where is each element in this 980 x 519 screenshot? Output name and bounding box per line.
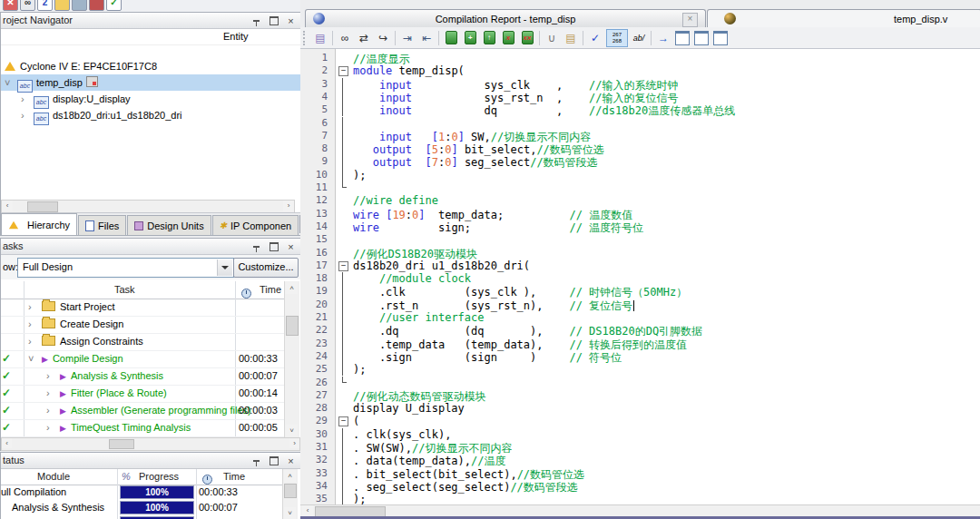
- status-vscrollbar[interactable]: ˄ ˅: [282, 469, 298, 519]
- task-row-fitter-place-route-[interactable]: ✓›▶Fitter (Place & Route)00:00:14: [1, 385, 284, 403]
- line-number: 6: [300, 117, 328, 129]
- comment-icon[interactable]: ab/: [631, 30, 647, 46]
- task-row-start-project[interactable]: ›Start Project: [1, 299, 284, 317]
- tasks-vscrollbar[interactable]: ˄ ˅: [284, 281, 299, 437]
- time-column-header: Time: [260, 281, 281, 299]
- code-line-12[interactable]: //wire define: [353, 194, 438, 207]
- bookmark-delete-all-icon[interactable]: xx: [519, 30, 535, 46]
- tasks-hscrollbar[interactable]: ‹ ›: [1, 437, 300, 451]
- tab-files[interactable]: Files: [78, 215, 126, 235]
- float-button[interactable]: [266, 454, 281, 468]
- tab-hierarchy[interactable]: Hierarchy: [1, 213, 77, 235]
- project-navigator-title-text: roject Navigator: [3, 15, 73, 25]
- bookmark-icon[interactable]: [443, 30, 459, 46]
- task-row-create-design[interactable]: ›Create Design: [1, 316, 284, 334]
- float-button[interactable]: [266, 14, 281, 28]
- pin-button[interactable]: [249, 14, 264, 28]
- tree-item-display-u-display[interactable]: ›abcdisplay:U_display: [1, 91, 300, 107]
- programmer-icon[interactable]: [72, 0, 87, 11]
- code-line-2[interactable]: module temp_disp(: [353, 64, 465, 77]
- source-window-icon[interactable]: ▤: [312, 30, 328, 46]
- chevron-down-icon[interactable]: ˅: [28, 350, 34, 367]
- line-number: 11: [300, 181, 328, 193]
- code-line-29[interactable]: (: [353, 415, 359, 427]
- replace-icon[interactable]: ⇄: [356, 30, 372, 46]
- find-icon[interactable]: ∞: [337, 30, 353, 46]
- goto-icon[interactable]: ↪: [375, 30, 391, 46]
- chevron-right-icon[interactable]: ›: [46, 419, 50, 436]
- tab-ip-componen[interactable]: ✱IP Componen: [212, 215, 299, 235]
- split-panel-icon[interactable]: [693, 30, 710, 46]
- code-line-17[interactable]: ds18b20_dri u1_ds18b20_dri(: [353, 260, 530, 272]
- line-count-toggle[interactable]: 267268: [606, 29, 628, 47]
- stop-processing-icon[interactable]: ✕: [3, 0, 18, 11]
- task-row-assembler-generate-programming-files-[interactable]: ✓›▶Assembler (Generate programming files…: [1, 402, 284, 420]
- tab-design-units[interactable]: Design Units: [127, 215, 211, 235]
- close-button[interactable]: ×: [283, 240, 299, 254]
- code-line-28[interactable]: display U_display: [353, 402, 465, 415]
- attach-icon[interactable]: ∪: [544, 30, 560, 46]
- customize-button[interactable]: Customize...: [233, 258, 299, 278]
- chevron-right-icon[interactable]: ›: [46, 385, 50, 402]
- chevron-right-icon[interactable]: ›: [28, 316, 32, 333]
- code-line-18[interactable]: //module clock: [353, 272, 471, 285]
- fold-collapse-icon[interactable]: −: [338, 66, 348, 76]
- code-line-35[interactable]: );: [353, 493, 366, 504]
- close-icon[interactable]: ×: [682, 13, 698, 27]
- find-icon[interactable]: ∞: [20, 0, 35, 11]
- close-button[interactable]: ×: [283, 14, 299, 28]
- chevron-right-icon[interactable]: ›: [46, 367, 50, 385]
- chevron-right-icon[interactable]: ›: [28, 333, 32, 350]
- fold-line: [342, 324, 343, 337]
- close-button[interactable]: ×: [283, 454, 299, 468]
- bookmark-add-icon[interactable]: +: [462, 30, 478, 46]
- fold-collapse-icon[interactable]: −: [338, 416, 348, 426]
- code-line-5[interactable]: inout dq , //ds18b20温度传感器单总线: [353, 103, 735, 119]
- tree-item-cyclone-iv-e-ep4ce10f17c8[interactable]: Cyclone IV E: EP4CE10F17C8: [1, 58, 300, 74]
- code-line-21[interactable]: //user interface: [353, 311, 485, 324]
- task-row-analysis-synthesis[interactable]: ✓›▶Analysis & Synthesis00:00:07: [1, 367, 284, 386]
- code-line-24[interactable]: .sign (sign ) // 符号位: [353, 350, 622, 366]
- tree-item-ds18b20-dri-u1-ds18b20-dri[interactable]: ›abcds18b20_dri:u1_ds18b20_dri: [1, 107, 300, 123]
- tcl-check-icon[interactable]: ✓: [106, 0, 122, 11]
- tree-item-label: Cyclone IV E: EP4CE10F17C8: [5, 58, 157, 74]
- device-icon[interactable]: [89, 0, 104, 11]
- code-line-9[interactable]: output [7:0] seg_select//数码管段选: [353, 155, 598, 171]
- report-icon[interactable]: 2: [37, 0, 53, 11]
- code-editor[interactable]: 1234567891011121314151617181920212223242…: [300, 49, 980, 504]
- full-screen-panel-icon[interactable]: [674, 30, 691, 46]
- code-line-30[interactable]: . clk(sys_clk),: [353, 428, 451, 441]
- task-row-timequest-timing-analysis[interactable]: ✓›▶TimeQuest Timing Analysis00:00:05: [1, 419, 284, 437]
- code-line-25[interactable]: );: [353, 363, 366, 376]
- chevron-right-icon[interactable]: ›: [21, 107, 24, 123]
- code-line-14[interactable]: wire sign; // 温度符号位: [353, 220, 643, 236]
- chevron-down-icon[interactable]: ˅: [5, 74, 10, 91]
- pin-button[interactable]: [249, 240, 264, 254]
- code-line-34[interactable]: . seg_select(seg_select)//数码管段选: [353, 480, 578, 495]
- task-row-assign-constraints[interactable]: ›Assign Constraints: [1, 333, 284, 351]
- tree-item-temp-disp[interactable]: ˅abctemp_disp: [1, 74, 300, 91]
- toolbar-grip[interactable]: [303, 31, 308, 45]
- flow-select[interactable]: Full Design: [17, 258, 234, 278]
- chevron-right-icon[interactable]: ›: [21, 91, 24, 107]
- unindent-icon[interactable]: ⇤: [418, 30, 435, 46]
- indent-icon[interactable]: ⇥: [399, 30, 416, 46]
- goto-line-icon[interactable]: →: [655, 30, 671, 46]
- bird-eye-panel-icon[interactable]: [712, 30, 729, 46]
- bookmark-delete-icon[interactable]: x: [500, 30, 516, 46]
- task-row-compile-design[interactable]: ✓˅▶Compile Design00:00:33: [1, 350, 284, 368]
- check-syntax-icon[interactable]: ✓: [587, 30, 603, 46]
- fold-collapse-icon[interactable]: −: [338, 261, 348, 271]
- chevron-down-icon[interactable]: [217, 260, 232, 276]
- tab-temp-disp-v[interactable]: temp_disp.v: [707, 9, 980, 28]
- chevron-right-icon[interactable]: ›: [28, 299, 32, 316]
- pin-button[interactable]: [249, 454, 264, 468]
- chevron-right-icon[interactable]: ›: [46, 402, 50, 419]
- line-number: 30: [300, 428, 328, 440]
- template-icon[interactable]: ▤: [563, 30, 579, 46]
- open-folder-icon[interactable]: [54, 0, 70, 11]
- float-button[interactable]: [266, 240, 281, 254]
- bookmark-next-icon[interactable]: ↑: [481, 30, 497, 46]
- tab-compilation-report[interactable]: Compilation Report - temp_disp ×: [305, 9, 706, 28]
- code-line-10[interactable]: );: [353, 169, 366, 181]
